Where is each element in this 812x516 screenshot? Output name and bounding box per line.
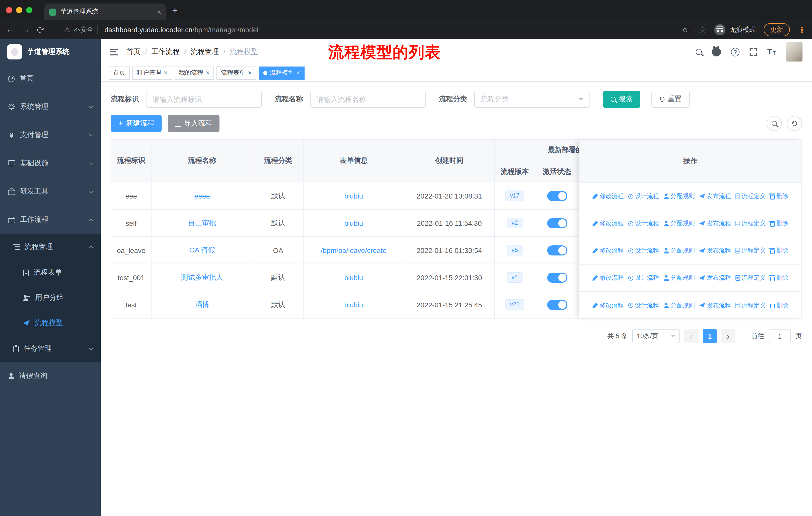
active-toggle[interactable] [547,272,567,282]
modify-process-link[interactable]: 修改流程 [592,192,624,200]
tab-close-icon[interactable]: × [157,8,161,16]
modify-process-link[interactable]: 修改流程 [592,219,624,228]
process-name-link[interactable]: OA 请假 [189,246,215,254]
delete-link[interactable]: 删除 [770,301,788,310]
active-toggle[interactable] [547,191,567,201]
update-button[interactable]: 更新 [764,23,790,36]
sidebar-item-workflow[interactable]: 工作流程 [0,206,101,234]
modify-process-link[interactable]: 修改流程 [592,274,624,282]
page-size-select[interactable]: 10条/页 [632,329,679,343]
reload-icon[interactable] [36,26,44,34]
design-process-link[interactable]: 设计流程 [628,219,659,228]
process-name-link[interactable]: 自己审批 [188,218,216,226]
version-tag[interactable]: v17 [505,190,524,201]
password-key-icon[interactable] [683,26,691,34]
publish-process-link[interactable]: 发布流程 [699,301,731,310]
publish-process-link[interactable]: 发布流程 [699,274,731,282]
hamburger-icon[interactable] [110,49,118,55]
assign-rule-link[interactable]: 分配规则 [664,192,695,200]
delete-link[interactable]: 删除 [770,219,788,228]
sidebar-item-system[interactable]: 系统管理 [0,93,101,121]
sidebar-item-dev-tools[interactable]: 研发工具 [0,178,101,206]
sidebar-item-user-group[interactable]: 用户分组 [0,285,101,310]
modify-process-link[interactable]: 修改流程 [592,246,624,255]
back-icon[interactable]: ← [6,25,14,35]
tag-tenant[interactable]: 租户管理× [133,66,172,79]
sidebar-item-leave-query[interactable]: 请假查询 [0,362,101,390]
delete-link[interactable]: 删除 [770,246,788,255]
process-name-link[interactable]: eeee [194,192,210,200]
app-logo-row[interactable]: 芋道管理系统 [0,39,101,64]
version-tag[interactable]: v4 [507,272,522,283]
goto-page-input[interactable] [769,329,791,343]
delete-link[interactable]: 删除 [770,274,788,282]
form-link[interactable]: biubiu [344,192,363,200]
search-icon[interactable] [696,49,702,55]
assign-rule-link[interactable]: 分配规则 [664,301,695,310]
prev-page-button[interactable]: ‹ [684,329,698,343]
browser-tab[interactable]: 芋道管理系统 × [44,3,166,20]
new-tab-button[interactable]: + [172,5,178,16]
toggle-search-button[interactable] [767,116,782,131]
version-tag[interactable]: v21 [505,300,524,310]
site-security[interactable]: ⚠ 不安全 [64,25,97,34]
fullscreen-icon[interactable] [750,48,757,56]
sidebar-item-home[interactable]: 首页 [0,64,101,93]
process-definition-link[interactable]: 流程定义 [735,192,766,200]
category-select[interactable]: 流程分类 [474,91,590,108]
assign-rule-link[interactable]: 分配规则 [664,246,695,255]
process-definition-link[interactable]: 流程定义 [735,274,766,282]
breadcrumb-item[interactable]: 工作流程 [151,47,180,56]
window-minimize-button[interactable] [16,7,22,13]
version-tag[interactable]: v5 [507,245,522,255]
design-process-link[interactable]: 设计流程 [628,192,659,200]
version-tag[interactable]: v2 [507,218,522,228]
import-process-button[interactable]: ↑ 导入流程 [168,115,220,132]
close-icon[interactable]: × [296,70,300,76]
active-toggle[interactable] [547,300,567,310]
process-name-link[interactable]: 滔博 [195,300,209,308]
forward-icon[interactable]: → [22,25,30,35]
sidebar-item-infra[interactable]: 基础设施 [0,149,101,178]
search-button[interactable]: 搜索 [603,91,640,108]
publish-process-link[interactable]: 发布流程 [699,219,731,228]
sidebar-item-process-model[interactable]: 流程模型 [0,310,101,335]
design-process-link[interactable]: 设计流程 [628,274,659,282]
active-toggle[interactable] [547,245,567,255]
assign-rule-link[interactable]: 分配规则 [664,219,695,228]
process-key-input[interactable] [146,91,262,108]
refresh-table-button[interactable] [787,116,802,131]
sidebar-item-process-mgmt[interactable]: 流程管理 [0,234,101,260]
font-size-icon[interactable]: TT [767,48,776,56]
breadcrumb-item[interactable]: 首页 [126,47,141,56]
form-link[interactable]: biubiu [344,219,363,227]
create-process-button[interactable]: + 新建流程 [111,115,162,132]
sidebar-item-payment[interactable]: ¥ 支付管理 [0,121,101,149]
tag-process-model[interactable]: 流程模型× [259,66,305,79]
bookmark-star-icon[interactable]: ☆ [699,24,706,35]
delete-link[interactable]: 删除 [770,192,788,200]
sidebar-item-process-form[interactable]: 流程表单 [0,260,101,285]
reset-button[interactable]: 重置 [651,91,690,108]
design-process-link[interactable]: 设计流程 [628,246,659,255]
tag-process-form[interactable]: 流程表单× [216,66,256,79]
tag-my-process[interactable]: 我的流程× [174,66,214,79]
active-toggle[interactable] [547,218,567,228]
form-link[interactable]: biubiu [344,273,363,281]
modify-process-link[interactable]: 修改流程 [592,301,624,310]
process-name-input[interactable] [310,91,426,108]
github-icon[interactable] [712,47,721,56]
window-close-button[interactable] [6,7,12,13]
next-page-button[interactable]: › [721,329,735,343]
design-process-link[interactable]: 设计流程 [628,301,659,310]
current-page-button[interactable]: 1 [703,329,717,343]
help-icon[interactable]: ? [731,48,740,56]
process-definition-link[interactable]: 流程定义 [735,301,766,310]
publish-process-link[interactable]: 发布流程 [699,192,731,200]
process-definition-link[interactable]: 流程定义 [735,246,766,255]
browser-menu-icon[interactable]: ⋮ [798,25,806,34]
close-icon[interactable]: × [164,70,167,76]
sidebar-item-task-mgmt[interactable]: 任务管理 [0,335,101,362]
form-link[interactable]: biubiu [344,301,363,309]
close-icon[interactable]: × [248,70,252,76]
